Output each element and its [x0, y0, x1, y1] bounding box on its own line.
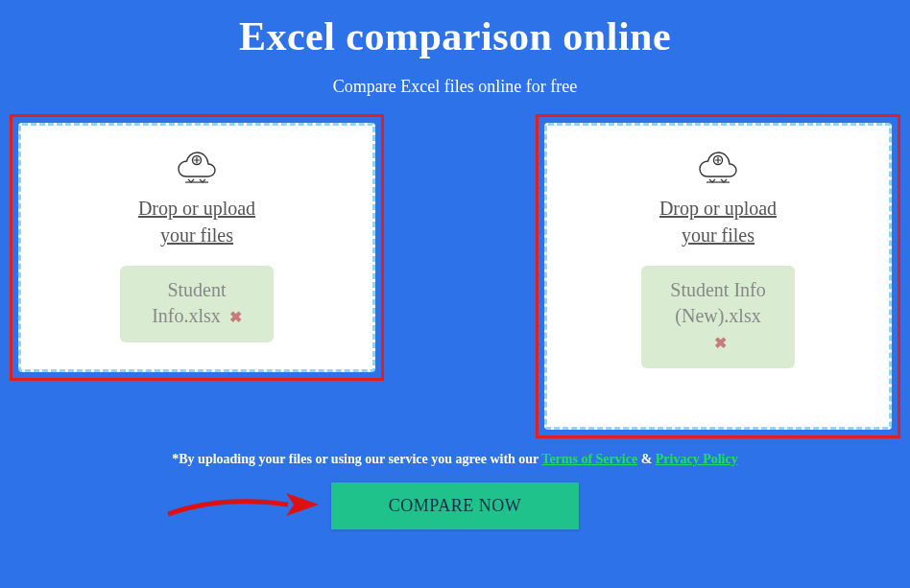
page-subtitle: Compare Excel files online for free [0, 77, 910, 97]
file-name-left: Student Info.xlsx [152, 279, 226, 326]
upload-cloud-icon [172, 139, 222, 189]
drop-zone-left[interactable]: Drop or upload your files Student Info.x… [18, 123, 375, 372]
compare-now-button[interactable]: COMPARE NOW [331, 482, 579, 529]
disclaimer-amp: & [637, 452, 656, 466]
remove-file-left-icon[interactable]: ✖ [229, 309, 242, 325]
terms-of-service-link[interactable]: Terms of Service [541, 452, 637, 466]
upload-box-left-highlight: Drop or upload your files Student Info.x… [10, 114, 384, 381]
drop-label-line2: your files [682, 224, 754, 246]
file-chip-left: Student Info.xlsx ✖ [120, 266, 274, 342]
file-chip-right: Student Info (New).xlsx ✖ [641, 266, 795, 368]
drop-label-line1: Drop or upload [659, 198, 777, 219]
upload-box-right-highlight: Drop or upload your files Student Info (… [536, 114, 900, 438]
upload-row: Drop or upload your files Student Info.x… [0, 114, 910, 438]
upload-cloud-icon [693, 139, 743, 189]
upload-disclaimer: *By uploading your files or using our se… [0, 452, 910, 467]
disclaimer-prefix: *By uploading your files or using our se… [172, 452, 541, 466]
file-name-right: Student Info (New).xlsx [670, 279, 765, 326]
compare-row: COMPARE NOW [0, 482, 910, 529]
page-title: Excel comparison online [0, 0, 910, 59]
drop-label-right[interactable]: Drop or upload your files [659, 195, 777, 248]
drop-label-left[interactable]: Drop or upload your files [138, 195, 255, 248]
annotation-arrow-icon [163, 485, 322, 528]
remove-file-right-icon[interactable]: ✖ [714, 335, 727, 351]
privacy-policy-link[interactable]: Privacy Policy [656, 452, 738, 466]
svg-marker-2 [286, 493, 319, 516]
drop-zone-right[interactable]: Drop or upload your files Student Info (… [544, 123, 892, 430]
drop-label-line1: Drop or upload [138, 198, 255, 219]
drop-label-line2: your files [160, 224, 233, 246]
